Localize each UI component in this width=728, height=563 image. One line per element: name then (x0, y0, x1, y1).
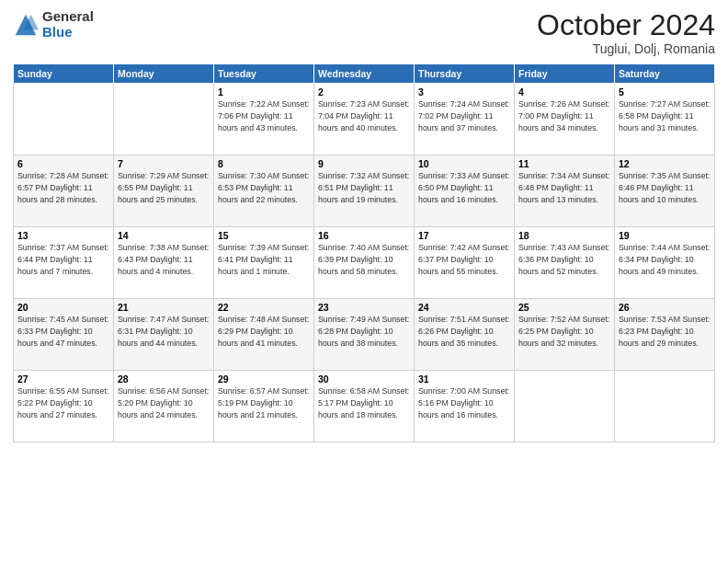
header-cell-sunday: Sunday (14, 64, 114, 84)
day-info: Sunrise: 7:51 AM Sunset: 6:26 PM Dayligh… (418, 314, 510, 349)
day-number: 30 (318, 373, 410, 385)
calendar-table: SundayMondayTuesdayWednesdayThursdayFrid… (13, 63, 715, 442)
day-cell: 24Sunrise: 7:51 AM Sunset: 6:26 PM Dayli… (415, 299, 515, 371)
day-number: 21 (118, 302, 210, 313)
day-number: 8 (218, 158, 310, 169)
week-row-2: 13Sunrise: 7:37 AM Sunset: 6:44 PM Dayli… (14, 227, 715, 299)
week-row-4: 27Sunrise: 6:55 AM Sunset: 5:22 PM Dayli… (14, 371, 715, 442)
day-info: Sunrise: 7:43 AM Sunset: 6:36 PM Dayligh… (518, 242, 610, 277)
day-info: Sunrise: 7:33 AM Sunset: 6:50 PM Dayligh… (418, 170, 510, 205)
day-number: 22 (218, 302, 310, 313)
day-number: 5 (619, 86, 711, 98)
title-block: October 2024 Tuglui, Dolj, Romania (537, 9, 715, 56)
day-number: 18 (518, 230, 610, 241)
day-cell: 16Sunrise: 7:40 AM Sunset: 6:39 PM Dayli… (314, 227, 415, 299)
logo-blue: Blue (42, 25, 94, 40)
logo-icon (13, 12, 39, 38)
header-cell-saturday: Saturday (615, 64, 715, 84)
calendar-subtitle: Tuglui, Dolj, Romania (537, 41, 715, 56)
day-number: 3 (418, 86, 510, 98)
header-cell-friday: Friday (515, 64, 615, 84)
calendar-title: October 2024 (537, 9, 715, 41)
day-info: Sunrise: 7:26 AM Sunset: 7:00 PM Dayligh… (518, 98, 610, 133)
day-info: Sunrise: 6:57 AM Sunset: 5:19 PM Dayligh… (218, 385, 310, 420)
day-info: Sunrise: 7:47 AM Sunset: 6:31 PM Dayligh… (118, 314, 210, 349)
day-info: Sunrise: 7:38 AM Sunset: 6:43 PM Dayligh… (118, 242, 210, 277)
day-cell: 18Sunrise: 7:43 AM Sunset: 6:36 PM Dayli… (515, 227, 615, 299)
day-cell: 10Sunrise: 7:33 AM Sunset: 6:50 PM Dayli… (415, 155, 515, 227)
day-info: Sunrise: 7:39 AM Sunset: 6:41 PM Dayligh… (218, 242, 310, 277)
day-number: 28 (118, 373, 210, 385)
day-info: Sunrise: 7:32 AM Sunset: 6:51 PM Dayligh… (318, 170, 410, 205)
day-cell (14, 84, 114, 155)
day-info: Sunrise: 7:45 AM Sunset: 6:33 PM Dayligh… (17, 314, 109, 349)
day-number: 6 (17, 158, 109, 169)
header-cell-thursday: Thursday (415, 64, 515, 84)
day-number: 26 (619, 302, 711, 313)
day-number: 1 (218, 86, 310, 98)
day-number: 11 (518, 158, 610, 169)
day-cell: 22Sunrise: 7:48 AM Sunset: 6:29 PM Dayli… (214, 299, 314, 371)
week-row-1: 6Sunrise: 7:28 AM Sunset: 6:57 PM Daylig… (14, 155, 715, 227)
day-number: 27 (17, 373, 109, 385)
day-info: Sunrise: 7:44 AM Sunset: 6:34 PM Dayligh… (619, 242, 711, 277)
day-number: 24 (418, 302, 510, 313)
day-info: Sunrise: 7:35 AM Sunset: 6:46 PM Dayligh… (619, 170, 711, 205)
day-number: 17 (418, 230, 510, 241)
day-info: Sunrise: 7:29 AM Sunset: 6:55 PM Dayligh… (118, 170, 210, 205)
day-cell (515, 371, 615, 442)
day-number: 10 (418, 158, 510, 169)
day-cell: 15Sunrise: 7:39 AM Sunset: 6:41 PM Dayli… (214, 227, 314, 299)
day-info: Sunrise: 7:00 AM Sunset: 5:16 PM Dayligh… (418, 385, 510, 420)
day-cell: 4Sunrise: 7:26 AM Sunset: 7:00 PM Daylig… (515, 84, 615, 155)
week-row-0: 1Sunrise: 7:22 AM Sunset: 7:06 PM Daylig… (14, 84, 715, 155)
day-info: Sunrise: 6:55 AM Sunset: 5:22 PM Dayligh… (17, 385, 109, 420)
day-cell: 14Sunrise: 7:38 AM Sunset: 6:43 PM Dayli… (114, 227, 214, 299)
logo: General Blue (13, 9, 94, 40)
day-cell: 3Sunrise: 7:24 AM Sunset: 7:02 PM Daylig… (415, 84, 515, 155)
day-cell: 20Sunrise: 7:45 AM Sunset: 6:33 PM Dayli… (14, 299, 114, 371)
day-info: Sunrise: 7:52 AM Sunset: 6:25 PM Dayligh… (518, 314, 610, 349)
day-cell: 21Sunrise: 7:47 AM Sunset: 6:31 PM Dayli… (114, 299, 214, 371)
day-cell: 1Sunrise: 7:22 AM Sunset: 7:06 PM Daylig… (214, 84, 314, 155)
day-cell: 23Sunrise: 7:49 AM Sunset: 6:28 PM Dayli… (314, 299, 415, 371)
day-info: Sunrise: 7:34 AM Sunset: 6:48 PM Dayligh… (518, 170, 610, 205)
day-info: Sunrise: 7:24 AM Sunset: 7:02 PM Dayligh… (418, 98, 510, 133)
day-cell: 2Sunrise: 7:23 AM Sunset: 7:04 PM Daylig… (314, 84, 415, 155)
day-cell: 5Sunrise: 7:27 AM Sunset: 6:58 PM Daylig… (615, 84, 715, 155)
day-info: Sunrise: 7:37 AM Sunset: 6:44 PM Dayligh… (17, 242, 109, 277)
day-number: 31 (418, 373, 510, 385)
day-info: Sunrise: 7:30 AM Sunset: 6:53 PM Dayligh… (218, 170, 310, 205)
day-info: Sunrise: 7:48 AM Sunset: 6:29 PM Dayligh… (218, 314, 310, 349)
day-cell: 25Sunrise: 7:52 AM Sunset: 6:25 PM Dayli… (515, 299, 615, 371)
day-cell: 9Sunrise: 7:32 AM Sunset: 6:51 PM Daylig… (314, 155, 415, 227)
day-number: 25 (518, 302, 610, 313)
calendar-page: General Blue October 2024 Tuglui, Dolj, … (0, 0, 728, 563)
day-info: Sunrise: 7:40 AM Sunset: 6:39 PM Dayligh… (318, 242, 410, 277)
day-number: 9 (318, 158, 410, 169)
day-cell: 8Sunrise: 7:30 AM Sunset: 6:53 PM Daylig… (214, 155, 314, 227)
day-info: Sunrise: 7:42 AM Sunset: 6:37 PM Dayligh… (418, 242, 510, 277)
day-info: Sunrise: 7:49 AM Sunset: 6:28 PM Dayligh… (318, 314, 410, 349)
header-cell-monday: Monday (114, 64, 214, 84)
day-info: Sunrise: 6:58 AM Sunset: 5:17 PM Dayligh… (318, 385, 410, 420)
day-cell: 6Sunrise: 7:28 AM Sunset: 6:57 PM Daylig… (14, 155, 114, 227)
header: General Blue October 2024 Tuglui, Dolj, … (13, 9, 715, 56)
header-row: SundayMondayTuesdayWednesdayThursdayFrid… (14, 64, 715, 84)
day-cell: 31Sunrise: 7:00 AM Sunset: 5:16 PM Dayli… (415, 371, 515, 442)
day-number: 15 (218, 230, 310, 241)
day-cell: 7Sunrise: 7:29 AM Sunset: 6:55 PM Daylig… (114, 155, 214, 227)
day-number: 13 (17, 230, 109, 241)
day-number: 7 (118, 158, 210, 169)
day-cell: 30Sunrise: 6:58 AM Sunset: 5:17 PM Dayli… (314, 371, 415, 442)
logo-general: General (42, 9, 94, 25)
day-number: 29 (218, 373, 310, 385)
day-number: 19 (619, 230, 711, 241)
day-info: Sunrise: 7:27 AM Sunset: 6:58 PM Dayligh… (619, 98, 711, 133)
day-info: Sunrise: 7:22 AM Sunset: 7:06 PM Dayligh… (218, 98, 310, 133)
week-row-3: 20Sunrise: 7:45 AM Sunset: 6:33 PM Dayli… (14, 299, 715, 371)
day-number: 20 (17, 302, 109, 313)
day-number: 2 (318, 86, 410, 98)
day-cell: 27Sunrise: 6:55 AM Sunset: 5:22 PM Dayli… (14, 371, 114, 442)
day-cell: 13Sunrise: 7:37 AM Sunset: 6:44 PM Dayli… (14, 227, 114, 299)
